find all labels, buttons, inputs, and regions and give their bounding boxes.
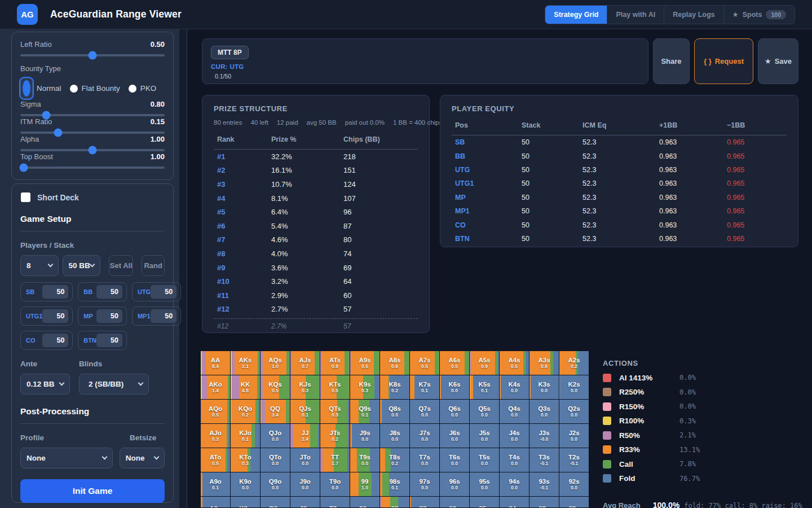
hand-cell-T2s[interactable]: T2s-0.1 [559,448,589,472]
hand-cell-85s[interactable]: 85s [470,497,499,508]
hand-cell-A3s[interactable]: A3s0.6 [529,351,559,375]
hand-cell-T8s[interactable]: T8s0.2 [380,448,409,472]
hand-cell-T6s[interactable]: T6s0.0 [440,448,469,472]
hand-cell-Q8s[interactable]: Q8s0.0 [380,400,409,423]
stack-input-co[interactable]: 50 [42,334,68,347]
hand-cell-K6s[interactable]: K6s0.0 [440,375,469,399]
hand-cell-A8s[interactable]: A8s0.6 [380,351,409,375]
nav-tab-spots[interactable]: ★Spots100 [724,6,795,24]
hand-cell-K2s[interactable]: K2s0.0 [559,375,589,399]
hand-cell-97s[interactable]: 97s0.0 [410,472,439,496]
hand-cell-TT[interactable]: TT1.7 [320,448,350,472]
hand-cell-K8o[interactable]: K8o [231,497,260,508]
hand-cell-A2s[interactable]: A2s0.2 [559,351,589,375]
players-select[interactable]: 8 [20,255,59,276]
radio-normal[interactable]: Normal [20,78,61,99]
hand-cell-KQs[interactable]: KQs0.5 [261,375,290,399]
hand-cell-93s[interactable]: 93s-0.1 [529,472,559,496]
hand-cell-A9o[interactable]: A9o0.1 [201,472,230,496]
hand-cell-J5s[interactable]: J5s0.0 [470,424,499,448]
hand-cell-K9o[interactable]: K9o0.0 [231,472,260,496]
radio-unselected-icon[interactable] [129,85,136,93]
slider-thumb[interactable] [89,51,97,60]
hand-cell-96s[interactable]: 96s0.0 [440,472,469,496]
hand-cell-83s[interactable]: 83s [529,497,559,508]
stack-input-sb[interactable]: 50 [42,285,68,299]
hand-cell-KK[interactable]: KK4.8 [231,375,260,399]
hand-cell-J4s[interactable]: J4s0.0 [500,424,529,448]
stack-input-utg1[interactable]: 50 [42,309,68,323]
sidebar-scrollbar[interactable] [179,29,187,508]
stack-input-utg[interactable]: 50 [151,285,176,299]
hand-cell-J6s[interactable]: J6s0.0 [440,424,469,448]
hand-cell-A9s[interactable]: A9s0.5 [350,351,379,375]
request-button[interactable]: { } Request [694,38,753,84]
hand-cell-A4s[interactable]: A4s0.5 [500,351,529,375]
hand-cell-QJo[interactable]: QJo0.0 [261,424,290,448]
hand-cell-87s[interactable]: 87s [410,497,439,508]
hand-cell-QTo[interactable]: QTo0.0 [261,448,290,472]
hand-cell-AJo[interactable]: AJo0.3 [201,424,230,448]
hand-cell-JTs[interactable]: JTs0.2 [320,424,350,448]
hand-cell-T9s[interactable]: T9s0.0 [350,448,379,472]
hand-cell-J3s[interactable]: J3s-0.0 [529,424,559,448]
radio-selected-icon[interactable] [20,78,33,99]
slider-track[interactable] [20,132,165,134]
hand-cell-Q8o[interactable]: Q8o [261,497,290,508]
hand-cell-J8s[interactable]: J8s0.0 [380,424,409,448]
hand-cell-J9s[interactable]: J9s0.0 [350,424,379,448]
save-button[interactable]: ★ Save [758,38,798,84]
rand-button[interactable]: Rand [142,255,165,276]
profile-select[interactable]: None [20,448,113,468]
slider-track[interactable] [20,149,165,151]
hand-cell-T5s[interactable]: T5s0.0 [470,448,499,472]
radio-flat-bounty[interactable]: Flat Bounty [70,84,120,93]
hand-cell-K4s[interactable]: K4s0.0 [500,375,529,399]
hand-cell-Q7s[interactable]: Q7s0.0 [410,400,439,423]
slider-thumb[interactable] [42,111,51,120]
hand-cell-Q9s[interactable]: Q9s0.1 [350,400,379,423]
short-deck-checkbox[interactable] [21,192,30,202]
hand-cell-Q6s[interactable]: Q6s0.0 [440,400,469,423]
stack-input-mp[interactable]: 50 [96,309,122,323]
hand-cell-J8o[interactable]: J8o [290,497,320,508]
hand-cell-98o[interactable]: 98o [350,497,379,508]
hand-cell-A8o[interactable]: A8o [201,497,230,508]
hand-cell-A5s[interactable]: A5s0.9 [470,351,499,375]
hand-cell-AA[interactable]: AA8.4 [201,351,230,375]
hand-cell-ATs[interactable]: ATs0.8 [320,351,350,375]
hand-cell-T4s[interactable]: T4s0.0 [500,448,529,472]
betsize-select[interactable]: None [120,448,165,468]
hand-cell-92s[interactable]: 92s0.0 [559,472,589,496]
stack-input-bb[interactable]: 50 [96,285,122,299]
hand-cell-J9o[interactable]: J9o0.0 [290,472,320,496]
hand-cell-T3s[interactable]: T3s-0.1 [529,448,559,472]
hand-cell-84s[interactable]: 84s [500,497,529,508]
hand-cell-T8o[interactable]: T8o [320,497,350,508]
hand-cell-KTo[interactable]: KTo0.3 [231,448,260,472]
share-button[interactable]: Share [653,38,690,84]
hand-cell-K3s[interactable]: K3s0.0 [529,375,559,399]
nav-tab-play-with-ai[interactable]: Play with AI [607,6,664,24]
slider-track[interactable] [20,114,165,116]
hand-cell-Q3s[interactable]: Q3s0.0 [529,400,559,423]
hand-cell-A7s[interactable]: A7s0.5 [410,351,439,375]
hand-cell-99[interactable]: 991.0 [350,472,379,496]
nav-tab-strategy-grid[interactable]: Strategy Grid [545,6,607,24]
hand-cell-A6s[interactable]: A6s0.5 [440,351,469,375]
set-all-button[interactable]: Set All [109,255,133,276]
stack-input-mp1[interactable]: 50 [151,309,176,323]
slider-thumb[interactable] [54,129,62,137]
slider-track[interactable] [20,167,165,169]
stack-select[interactable]: 50 BB [63,255,101,276]
hand-cell-K5s[interactable]: K5s0.1 [470,375,499,399]
hand-cell-JJ[interactable]: JJ2.4 [290,424,320,448]
hand-cell-86s[interactable]: 86s [440,497,469,508]
hand-cell-QJs[interactable]: QJs0.1 [290,400,320,423]
hand-cell-95s[interactable]: 95s0.0 [470,472,499,496]
hand-cell-JTo[interactable]: JTo0.0 [290,448,320,472]
radio-unselected-icon[interactable] [70,85,78,93]
hand-cell-KJo[interactable]: KJo0.1 [231,424,260,448]
hand-cell-KJs[interactable]: KJs0.3 [290,375,320,399]
hand-cell-AJs[interactable]: AJs0.7 [290,351,320,375]
